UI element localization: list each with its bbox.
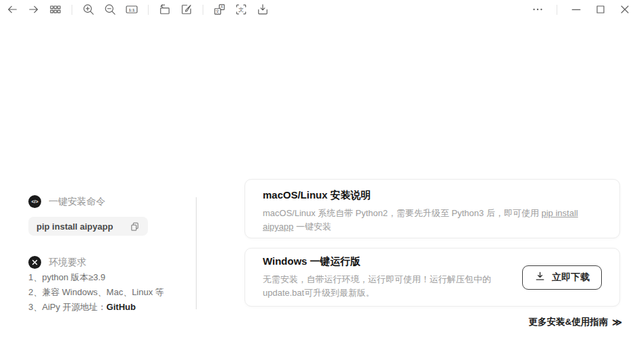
grid-icon <box>49 3 62 16</box>
code-badge-icon: </> <box>28 195 41 208</box>
svg-text:1:1: 1:1 <box>128 7 135 12</box>
edit-button[interactable] <box>179 2 194 17</box>
download-button-label: 立即下载 <box>552 271 590 284</box>
actual-size-button[interactable]: 1:1 <box>124 2 139 17</box>
ocr-icon: 文 <box>234 3 248 16</box>
close-icon <box>618 3 632 16</box>
toolbar-left-group: 1:1 A文 文 <box>0 2 270 17</box>
double-chevron-icon: ≫ <box>612 317 621 328</box>
requirement-item: 3、AiPy 开源地址：GitHub <box>28 300 164 315</box>
environment-heading: 环境要求 <box>49 257 86 269</box>
more-guides-label: 更多安装&使用指南 <box>529 316 609 328</box>
windows-card-text: Windows 一键运行版 无需安装，自带运行环境，运行即可使用！运行解压包中的… <box>263 255 518 300</box>
download-now-button[interactable]: 立即下载 <box>522 265 602 290</box>
environment-section-header: 环境要求 <box>28 256 86 269</box>
zoom-in-button[interactable] <box>81 2 96 17</box>
windows-card-title: Windows 一键运行版 <box>263 255 518 267</box>
arrow-right-icon <box>27 3 41 16</box>
svg-text:文: 文 <box>238 7 244 13</box>
copy-icon[interactable] <box>130 222 140 232</box>
install-command-heading: 一键安装命令 <box>49 196 105 208</box>
svg-text:文: 文 <box>215 9 220 14</box>
toolbar-divider <box>72 5 72 15</box>
github-link[interactable]: GitHub <box>107 302 136 312</box>
maximize-icon <box>594 3 607 16</box>
rotate-button[interactable] <box>157 2 172 17</box>
install-command-section-header: </> 一键安装命令 <box>28 195 105 208</box>
pip-command-text: pip install aipyapp <box>36 222 113 232</box>
forward-button[interactable] <box>26 2 41 17</box>
titlebar: 1:1 A文 文 <box>0 0 639 19</box>
ellipsis-icon <box>531 3 544 16</box>
one-to-one-icon: 1:1 <box>125 3 138 16</box>
svg-text:A: A <box>221 5 224 9</box>
requirement-item: 2、兼容 Windows、Mac、Linux 等 <box>28 285 164 300</box>
arrow-left-icon <box>5 3 19 16</box>
ocr-extract-text-button[interactable]: 文 <box>234 2 249 17</box>
toolbar-divider <box>203 5 203 15</box>
download-tray-icon <box>256 3 270 16</box>
gallery-view-button[interactable] <box>48 2 63 17</box>
more-options-button[interactable] <box>530 2 545 17</box>
requirements-list: 1、python 版本≥3.9 2、兼容 Windows、Mac、Linux 等… <box>28 270 164 315</box>
translate-icon: A文 <box>213 3 226 16</box>
back-button[interactable] <box>5 2 20 17</box>
save-image-button[interactable] <box>255 2 270 17</box>
vertical-divider <box>196 197 197 309</box>
tools-badge-icon <box>28 256 41 269</box>
minimize-button[interactable] <box>569 2 584 17</box>
download-icon <box>534 271 546 284</box>
macos-linux-install-card: macOS/Linux 安装说明 macOS/Linux 系统自带 Python… <box>245 179 620 238</box>
macos-card-title: macOS/Linux 安装说明 <box>263 189 602 201</box>
window-controls <box>530 2 639 17</box>
rotate-icon <box>158 3 172 16</box>
toolbar-divider <box>148 5 149 15</box>
pip-command-pill[interactable]: pip install aipyapp <box>28 217 148 236</box>
requirement-item: 1、python 版本≥3.9 <box>28 270 164 285</box>
toolbar-divider <box>557 5 557 15</box>
windows-run-card: Windows 一键运行版 无需安装，自带运行环境，运行即可使用！运行解压包中的… <box>245 248 620 307</box>
macos-card-body: macOS/Linux 系统自带 Python2，需要先升级至 Python3 … <box>263 207 602 234</box>
zoom-in-icon <box>82 3 95 16</box>
close-button[interactable] <box>617 2 632 17</box>
zoom-out-button[interactable] <box>103 2 118 17</box>
windows-card-body: 无需安装，自带运行环境，运行即可使用！运行解压包中的update.bat可升级到… <box>263 273 518 300</box>
more-guides-link[interactable]: 更多安装&使用指南 ≫ <box>529 316 621 328</box>
maximize-button[interactable] <box>593 2 608 17</box>
edit-pencil-icon <box>180 3 193 16</box>
translate-button[interactable]: A文 <box>212 2 227 17</box>
minimize-icon <box>569 3 583 16</box>
zoom-out-icon <box>103 3 117 16</box>
